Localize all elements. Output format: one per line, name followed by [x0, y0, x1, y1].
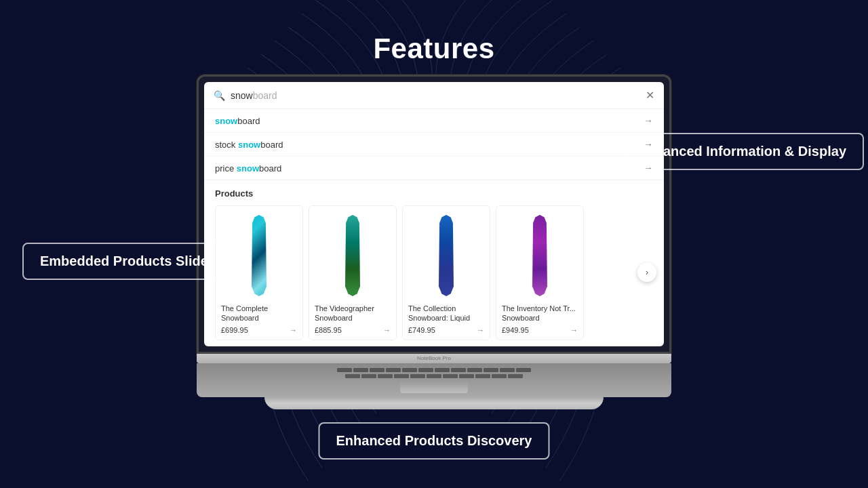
key	[410, 374, 425, 378]
product-name: The Complete Snowboard	[221, 304, 297, 323]
key	[402, 368, 417, 372]
products-label: Products	[215, 188, 653, 199]
product-info: The Collection Snowboard: Liquid £749.95…	[408, 300, 484, 340]
keyboard-row	[220, 368, 648, 372]
product-image	[315, 211, 391, 300]
snowboard-image	[334, 215, 372, 296]
key	[418, 368, 433, 372]
product-price-row: £699.95 →	[221, 326, 297, 334]
embedded-products-label: Embedded Products Slider	[22, 243, 231, 280]
search-icon: 🔍	[214, 90, 225, 101]
page-title: Features	[373, 33, 494, 65]
product-name: The Collection Snowboard: Liquid	[408, 304, 484, 323]
key	[345, 374, 360, 378]
key	[353, 368, 368, 372]
snowboard-image	[521, 215, 559, 296]
key	[467, 368, 482, 372]
laptop-foot	[197, 397, 671, 409]
key	[394, 374, 409, 378]
price-arrow-icon: →	[477, 326, 484, 334]
arrow-icon: →	[644, 115, 653, 126]
keyboard-rows	[220, 368, 648, 378]
keyboard-row	[220, 374, 648, 378]
key	[459, 374, 474, 378]
product-price: £949.95	[502, 326, 529, 334]
key	[508, 374, 523, 378]
trackpad	[400, 381, 468, 393]
key	[435, 368, 450, 372]
search-bar[interactable]: 🔍 snowboard ✕	[204, 82, 664, 109]
product-info: The Inventory Not Tr... Snowboard £949.9…	[502, 300, 578, 340]
product-price: £699.95	[221, 326, 248, 334]
snowboard-image	[241, 215, 278, 296]
suggestion-item[interactable]: snowboard →	[204, 109, 664, 133]
close-icon[interactable]: ✕	[646, 89, 654, 102]
enhanced-discovery-label: Enhanced Products Discovery	[319, 422, 550, 460]
product-info: The Complete Snowboard £699.95 →	[221, 300, 297, 340]
product-info: The Videographer Snowboard £885.95 →	[315, 300, 391, 340]
laptop-screen: 🔍 snowboard ✕ snowboard → stock snowboar…	[197, 75, 671, 354]
laptop-stand	[264, 397, 604, 409]
products-section: Products The Complete Snowboard £699.95	[204, 180, 664, 340]
key	[492, 374, 507, 378]
laptop-base-top: NoteBook Pro	[197, 354, 671, 363]
snowboard-image	[428, 215, 465, 296]
slider-next-button[interactable]: ›	[637, 263, 656, 282]
product-card[interactable]: The Inventory Not Tr... Snowboard £949.9…	[496, 205, 584, 340]
key	[361, 374, 376, 378]
product-name: The Inventory Not Tr... Snowboard	[502, 304, 578, 323]
product-card[interactable]: The Collection Snowboard: Liquid £749.95…	[402, 205, 490, 340]
key	[427, 374, 441, 378]
key	[337, 368, 352, 372]
price-arrow-icon: →	[570, 326, 578, 334]
price-arrow-icon: →	[383, 326, 391, 334]
suggestion-text: snowboard	[215, 116, 260, 126]
product-image	[221, 211, 297, 300]
price-arrow-icon: →	[290, 326, 297, 334]
product-price-row: £749.95 →	[408, 326, 484, 334]
key	[386, 368, 401, 372]
suggestion-item[interactable]: stock snowboard →	[204, 133, 664, 157]
suggestion-text: price snowboard	[215, 163, 281, 174]
key	[500, 368, 515, 372]
search-input-display: snowboard	[231, 90, 640, 101]
product-card[interactable]: The Videographer Snowboard £885.95 →	[309, 205, 397, 340]
laptop-keyboard	[197, 363, 671, 397]
product-price-row: £949.95 →	[502, 326, 578, 334]
product-price: £749.95	[408, 326, 435, 334]
products-slider-container: The Complete Snowboard £699.95 →	[215, 205, 653, 340]
products-slider: The Complete Snowboard £699.95 →	[215, 205, 653, 340]
search-suggestions: snowboard → stock snowboard → price snow…	[204, 109, 664, 180]
product-image	[502, 211, 578, 300]
key	[516, 368, 531, 372]
screen-content: 🔍 snowboard ✕ snowboard → stock snowboar…	[204, 82, 664, 346]
product-name: The Videographer Snowboard	[315, 304, 391, 323]
laptop-mockup: 🔍 snowboard ✕ snowboard → stock snowboar…	[197, 75, 671, 409]
key	[378, 374, 393, 378]
laptop-brand: NoteBook Pro	[417, 355, 451, 361]
key	[451, 368, 466, 372]
key	[475, 374, 490, 378]
suggestion-text: stock snowboard	[215, 140, 283, 150]
key	[370, 368, 384, 372]
key	[443, 374, 458, 378]
product-image	[408, 211, 484, 300]
search-typed: snow	[231, 90, 253, 101]
key	[484, 368, 498, 372]
suggestion-item[interactable]: price snowboard →	[204, 157, 664, 180]
balanced-info-label: Balanced Information & Display	[625, 133, 864, 170]
product-price-row: £885.95 →	[315, 326, 391, 334]
search-placeholder: board	[253, 90, 277, 101]
product-price: £885.95	[315, 326, 342, 334]
